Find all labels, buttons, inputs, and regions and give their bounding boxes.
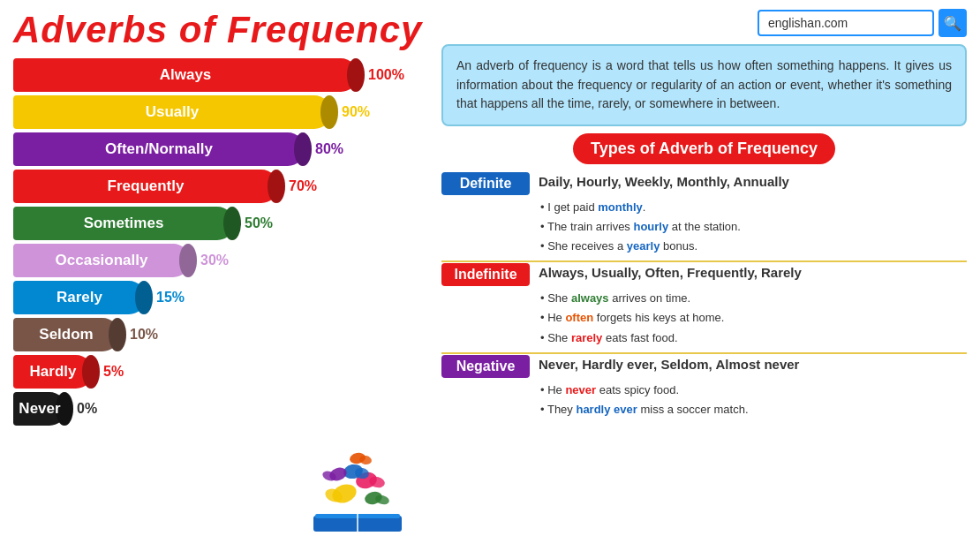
bar-occasionally: Occasionally — [13, 244, 190, 277]
bar-row: Often/Normally80% — [13, 132, 424, 166]
bar-label: Hardly — [30, 363, 77, 381]
bar-usually: Usually — [13, 95, 331, 129]
types-title: Types of Adverb of Frequency — [573, 133, 835, 164]
highlight-word: always — [571, 291, 609, 305]
bar-chart: Always100%Usually90%Often/Normally80%Fre… — [13, 58, 424, 426]
bar-percent: 30% — [200, 253, 236, 268]
bar-label: Usually — [146, 103, 199, 121]
bar-percent: 90% — [342, 104, 377, 120]
header-row: 🔍 — [441, 9, 967, 37]
bar-percent: 0% — [77, 401, 112, 417]
type-words: Daily, Hourly, Weekly, Monthly, Annually — [539, 171, 789, 189]
bar-percent: 70% — [289, 178, 324, 194]
highlight-word: hourly — [633, 220, 668, 233]
bar-label: Often/Normally — [105, 140, 213, 158]
bar-row: Rarely15% — [13, 281, 424, 314]
example-line: He often forgets his keys at home. — [540, 308, 967, 328]
example-line: He never eats spicy food. — [540, 381, 967, 400]
bar-label: Never — [19, 400, 60, 418]
bar-often-normally: Often/Normally — [13, 132, 305, 166]
bar-row: Seldom10% — [13, 318, 424, 351]
search-button[interactable]: 🔍 — [939, 9, 967, 37]
example-line: She receives a yearly bonus. — [540, 237, 967, 256]
butterfly-decoration — [291, 427, 424, 542]
example-line: She rarely eats fast food. — [540, 328, 967, 348]
bar-row: Never0% — [13, 392, 424, 426]
example-line: She always arrives on time. — [540, 289, 967, 308]
highlight-word: rarely — [571, 331, 602, 344]
type-badge-negative: Negative — [441, 355, 530, 378]
bar-percent: 5% — [103, 364, 139, 380]
bar-never: Never — [13, 392, 66, 426]
bar-rarely: Rarely — [13, 281, 146, 314]
type-badge-indefinite: Indefinite — [441, 263, 530, 286]
type-words: Always, Usually, Often, Frequently, Rare… — [539, 262, 802, 280]
bar-hardly: Hardly — [13, 355, 93, 389]
bar-row: Sometimes50% — [13, 207, 424, 240]
type-header: NegativeNever, Hardly ever, Seldom, Almo… — [441, 354, 967, 378]
bar-percent: 10% — [130, 327, 165, 343]
type-row-indefinite: IndefiniteAlways, Usually, Often, Freque… — [441, 262, 967, 353]
bar-row: Occasionally30% — [13, 244, 424, 277]
description-box: An adverb of frequency is a word that te… — [441, 44, 967, 126]
types-container: DefiniteDaily, Hourly, Weekly, Monthly, … — [441, 171, 967, 424]
type-words: Never, Hardly ever, Seldom, Almost never — [539, 354, 799, 372]
highlight-word: monthly — [598, 200, 643, 214]
bar-row: Always100% — [13, 58, 424, 92]
type-header: IndefiniteAlways, Usually, Often, Freque… — [441, 262, 967, 286]
type-examples: I get paid monthly.The train arrives hou… — [540, 198, 967, 256]
bar-label: Sometimes — [84, 215, 164, 232]
example-line: I get paid monthly. — [540, 198, 967, 217]
bar-row: Hardly5% — [13, 355, 424, 389]
type-badge-definite: Definite — [441, 172, 530, 195]
type-row-definite: DefiniteDaily, Hourly, Weekly, Monthly, … — [441, 171, 967, 262]
bar-row: Frequently70% — [13, 170, 424, 203]
example-line: The train arrives hourly at the station. — [540, 217, 967, 237]
type-header: DefiniteDaily, Hourly, Weekly, Monthly, … — [441, 171, 967, 195]
search-input[interactable] — [758, 10, 934, 36]
highlight-word: yearly — [627, 239, 660, 253]
right-panel: 🔍 An adverb of frequency is a word that … — [433, 0, 980, 551]
type-examples: He never eats spicy food.They hardly eve… — [540, 381, 967, 419]
type-row-negative: NegativeNever, Hardly ever, Seldom, Almo… — [441, 354, 967, 424]
main-title: Adverbs of Frequency — [13, 9, 424, 51]
bar-label: Seldom — [39, 326, 93, 343]
type-examples: She always arrives on time.He often forg… — [540, 289, 967, 347]
highlight-word: often — [565, 311, 593, 324]
bar-seldom: Seldom — [13, 318, 119, 351]
example-line: They hardly ever miss a soccer match. — [540, 400, 967, 419]
left-panel: Adverbs of Frequency Always100%Usually90… — [0, 0, 433, 551]
bar-percent: 100% — [368, 67, 404, 83]
bar-label: Occasionally — [56, 252, 148, 269]
bar-label: Rarely — [57, 289, 102, 306]
bar-percent: 80% — [315, 141, 351, 157]
highlight-word: never — [565, 383, 596, 396]
bar-sometimes: Sometimes — [13, 207, 234, 240]
bar-percent: 50% — [245, 215, 280, 231]
highlight-word: hardly ever — [576, 403, 637, 416]
bar-row: Usually90% — [13, 95, 424, 129]
bar-frequently: Frequently — [13, 170, 278, 203]
bar-label: Always — [160, 66, 212, 84]
bar-label: Frequently — [108, 177, 185, 195]
bar-percent: 15% — [156, 290, 192, 306]
bar-always: Always — [13, 58, 358, 92]
